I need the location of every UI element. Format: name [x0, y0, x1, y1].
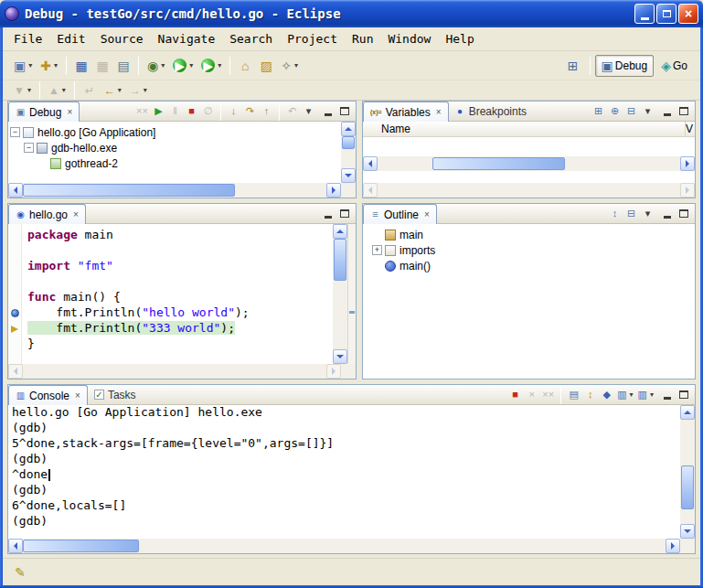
scroll-thumb[interactable] [23, 184, 235, 197]
scroll-right-button[interactable] [680, 156, 695, 171]
minimize-view-button[interactable] [660, 388, 674, 401]
show-logical-structures-button[interactable]: ⊕ [607, 103, 623, 120]
scroll-down-button[interactable] [680, 524, 695, 539]
code-line[interactable]: } [27, 337, 333, 352]
scroll-track[interactable] [23, 183, 326, 198]
code-line[interactable]: fmt.Println("hello world"); [27, 305, 333, 321]
scroll-thumb[interactable] [334, 239, 346, 281]
search-dropdown[interactable]: ▾ [294, 61, 298, 69]
horizontal-scrollbar-disabled[interactable] [8, 364, 341, 379]
vertical-scrollbar[interactable] [341, 122, 356, 183]
new-wizard-dropdown[interactable]: ▾ [54, 61, 58, 69]
menu-navigate[interactable]: Navigate [151, 30, 223, 48]
horizontal-scrollbar[interactable] [363, 156, 695, 171]
open-console-dropdown[interactable]: ▾ [650, 390, 654, 399]
display-selected-console-dropdown[interactable]: ▾ [630, 390, 634, 399]
tree-item[interactable]: main [370, 227, 695, 242]
annotation-mark[interactable] [349, 311, 355, 314]
suspend-button[interactable]: ‖ [167, 103, 183, 120]
code-line[interactable]: func main() { [27, 290, 333, 305]
tree-item[interactable]: +imports [370, 242, 695, 258]
run-button[interactable]: ▶▾ [169, 55, 197, 77]
scroll-right-button[interactable] [680, 183, 695, 198]
display-selected-console-button[interactable]: ▥▾ [615, 387, 634, 403]
close-icon[interactable]: × [67, 108, 72, 117]
editor-ruler-row[interactable] [8, 321, 21, 337]
column-value[interactable]: V [686, 122, 695, 136]
scroll-track[interactable] [680, 420, 695, 524]
code-area[interactable]: package mainimport "fmt"func main() { fm… [22, 224, 333, 364]
console-output[interactable]: hello.go [Go Application] hello.exe (gdb… [8, 405, 680, 539]
minimize-button[interactable] [634, 4, 655, 24]
vertical-scrollbar[interactable] [333, 224, 347, 364]
previous-annotation-dropdown[interactable]: ▾ [62, 86, 66, 94]
scroll-left-button[interactable] [8, 364, 23, 379]
terminate-button[interactable]: ■ [184, 103, 199, 120]
scroll-left-button[interactable] [8, 539, 23, 553]
scroll-thumb[interactable] [23, 540, 139, 552]
next-annotation-button[interactable]: ▼▾ [10, 82, 35, 99]
editor-ruler-row[interactable] [8, 274, 21, 290]
run-external-tools-button[interactable]: ▶▾ [197, 55, 225, 77]
menu-search[interactable]: Search [222, 30, 280, 48]
collapse-all-button[interactable]: ⊟ [623, 206, 639, 222]
tab-debug[interactable]: ▣ Debug × [8, 102, 80, 122]
close-icon[interactable]: × [73, 210, 79, 219]
drop-to-frame-button[interactable]: ↶ [284, 103, 300, 120]
view-menu-button[interactable]: ▾ [640, 103, 655, 120]
scroll-track[interactable] [23, 539, 666, 553]
last-edit-location-button[interactable]: ↵ [80, 82, 100, 99]
scroll-track[interactable] [333, 239, 347, 349]
close-icon[interactable]: × [436, 108, 442, 117]
pin-console-button[interactable]: ◆ [599, 387, 614, 403]
disconnect-button[interactable]: ∅ [200, 103, 216, 120]
open-resource-button[interactable]: ▨ [256, 55, 276, 77]
step-return-button[interactable]: ↑ [259, 103, 274, 120]
code-line[interactable]: fmt.Println("333 world"); [27, 321, 333, 337]
maximize-view-button[interactable] [337, 104, 351, 118]
menu-file[interactable]: File [6, 30, 49, 48]
scroll-lock-button[interactable]: ↕ [582, 387, 598, 403]
menu-window[interactable]: Window [380, 30, 438, 48]
tree-item[interactable]: gothread-2 [8, 155, 341, 171]
maximize-view-button[interactable] [337, 207, 351, 220]
remove-launch-button[interactable]: × [524, 387, 539, 403]
scroll-right-button[interactable] [326, 183, 341, 198]
previous-annotation-button[interactable]: ▲▾ [45, 82, 69, 99]
collapse-all-button[interactable]: ⊟ [623, 103, 639, 120]
debug-dropdown[interactable]: ▾ [161, 61, 165, 69]
tab-console[interactable]: ▥ Console × [8, 385, 88, 405]
debug-perspective-button[interactable]: ▣Debug [595, 55, 655, 77]
maximize-view-button[interactable] [676, 388, 690, 401]
scroll-left-button[interactable] [363, 156, 378, 171]
fast-view-button[interactable]: ✎ [10, 561, 30, 583]
scroll-thumb[interactable] [681, 465, 694, 509]
print-button[interactable]: ▤ [113, 55, 133, 77]
tab-hello-go[interactable]: ◉ hello.go × [8, 204, 86, 224]
open-element-button[interactable]: ⌂ [235, 55, 255, 77]
code-line[interactable]: import "fmt" [27, 259, 333, 274]
overview-ruler[interactable] [347, 224, 356, 364]
tree-item[interactable]: main() [370, 258, 695, 273]
horizontal-scrollbar[interactable] [8, 539, 680, 553]
maximize-view-button[interactable] [676, 207, 690, 220]
run-dropdown[interactable]: ▾ [189, 61, 193, 69]
editor-ruler-row[interactable] [8, 259, 21, 274]
forward-button[interactable]: →▾ [126, 82, 151, 99]
view-menu-button[interactable]: ▾ [301, 103, 316, 120]
code-line[interactable] [27, 243, 333, 259]
step-over-button[interactable]: ↷ [242, 103, 258, 120]
save-button[interactable]: ▦ [71, 55, 91, 77]
resume-button[interactable]: ▶ [151, 103, 166, 120]
menu-run[interactable]: Run [345, 30, 380, 48]
scroll-right-button[interactable] [326, 364, 341, 379]
editor-ruler-row[interactable] [8, 228, 21, 243]
scroll-up-button[interactable] [341, 122, 356, 136]
debug-button[interactable]: ◉▾ [144, 55, 168, 77]
scroll-thumb[interactable] [432, 157, 566, 170]
scroll-track[interactable] [378, 156, 680, 171]
view-menu-button[interactable]: ▾ [640, 206, 655, 222]
scroll-right-button[interactable] [666, 539, 680, 553]
editor-ruler[interactable] [8, 224, 22, 364]
scroll-track[interactable] [378, 183, 680, 198]
